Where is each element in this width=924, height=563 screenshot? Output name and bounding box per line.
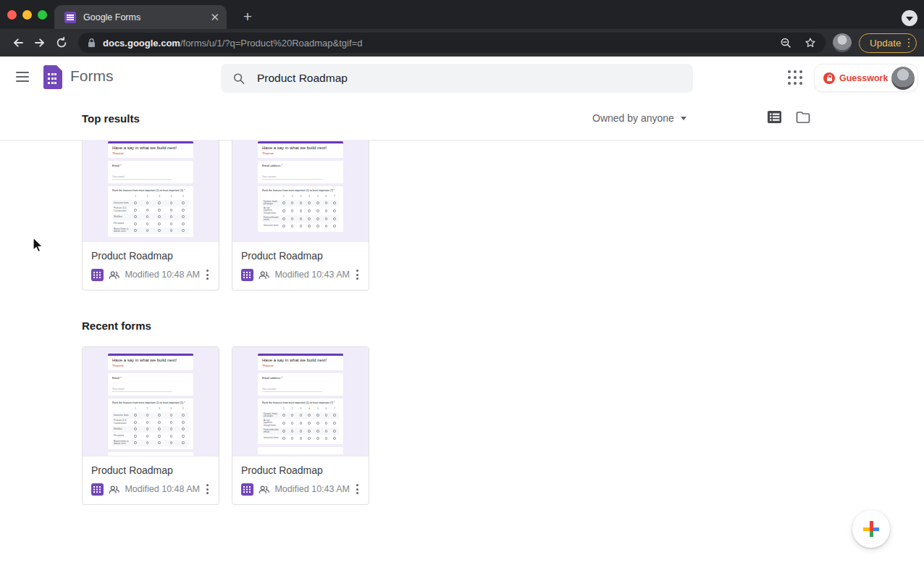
form-card[interactable]: Have a say in what we build next!*Requir… xyxy=(82,346,219,505)
thumb-radio-icon xyxy=(158,209,161,212)
thumb-grid-col: 1 xyxy=(130,195,141,198)
form-card[interactable]: Have a say in what we build next!*Requir… xyxy=(232,346,369,505)
form-card-thumbnail[interactable]: Have a say in what we build next!*Requir… xyxy=(232,140,369,241)
thumb-radio-icon xyxy=(316,201,319,204)
thumb-grid-cell xyxy=(314,209,322,212)
thumb-radio-icon xyxy=(170,229,173,232)
thumb-grid-cell xyxy=(177,229,189,232)
thumb-grid-header-row: 1234567 xyxy=(262,406,339,412)
new-tab-button[interactable]: + xyxy=(238,7,258,27)
search-bar[interactable] xyxy=(221,64,693,93)
thumb-grid-row: Dynamic thank-you pages xyxy=(262,200,339,207)
tab-search-button[interactable] xyxy=(902,10,917,26)
thumb-radio-icon xyxy=(308,430,311,433)
thumb-grid-col-number: 5 xyxy=(182,195,184,198)
thumb-grid-col: 3 xyxy=(154,407,165,410)
thumb-grid-row: Workflow xyxy=(112,214,189,221)
thumb-radio-icon xyxy=(134,229,137,232)
shared-people-icon xyxy=(109,484,119,495)
form-card[interactable]: Have a say in what we build next!*Requir… xyxy=(82,140,219,291)
form-card-menu-icon[interactable] xyxy=(355,268,360,281)
thumb-grid-row-label: File upload xyxy=(112,222,130,225)
thumb-grid-header-row: 12345 xyxy=(112,406,189,412)
tab-title: Google Forms xyxy=(83,12,210,22)
account-avatar[interactable] xyxy=(891,67,915,90)
form-card-menu-icon[interactable] xyxy=(355,483,360,496)
thumb-grid-row-label: Interactive forms xyxy=(112,201,130,205)
form-card-modified: Modified 10:43 AM xyxy=(274,270,350,280)
thumb-grid-row: Restrict forms to domain users xyxy=(112,228,189,235)
form-card[interactable]: Have a say in what we build next!*Requir… xyxy=(232,140,369,291)
close-window-button[interactable] xyxy=(7,10,17,20)
thumb-grid-row-label: Dynamic thank-you pages xyxy=(262,200,280,207)
search-input[interactable] xyxy=(257,72,681,85)
create-new-form-button[interactable] xyxy=(852,510,890,548)
thumb-radio-icon xyxy=(308,201,311,204)
thumb-grid-row: Interactive forms xyxy=(262,435,339,442)
thumb-grid-col: 1 xyxy=(280,195,288,198)
form-card-menu-icon[interactable] xyxy=(205,268,210,281)
thumb-grid-cell xyxy=(165,222,177,225)
minimize-window-button[interactable] xyxy=(22,10,32,20)
thumb-grid-cell xyxy=(154,428,165,430)
back-button[interactable] xyxy=(7,32,29,54)
forms-file-icon xyxy=(241,269,253,281)
list-view-button[interactable] xyxy=(766,109,783,125)
thumb-grid-cell xyxy=(322,422,331,425)
thumb-grid-col: 5 xyxy=(314,195,322,198)
main-menu-button[interactable] xyxy=(13,68,32,86)
thumb-radio-icon xyxy=(291,414,294,417)
browser-menu-icon[interactable] xyxy=(908,38,910,48)
thumb-grid-cell xyxy=(280,430,288,433)
tab-close-icon[interactable]: ✕ xyxy=(210,12,219,22)
thumb-grid-col: 4 xyxy=(165,195,177,198)
zoom-out-icon[interactable] xyxy=(780,37,792,49)
thumb-radio-icon xyxy=(170,201,173,204)
thumb-email-placeholder: Your answer xyxy=(262,175,322,180)
bookmark-star-icon[interactable] xyxy=(804,36,817,49)
thumb-grid-row-label: Accept payments through forms xyxy=(262,207,280,215)
lock-icon xyxy=(87,38,96,48)
form-card-menu-icon[interactable] xyxy=(205,483,210,496)
form-card-thumbnail[interactable]: Have a say in what we build next!*Requir… xyxy=(83,140,219,241)
browser-profile-avatar[interactable] xyxy=(833,33,852,52)
thumb-radio-icon xyxy=(282,209,285,212)
thumb-radio-icon xyxy=(134,441,137,444)
url-domain: docs.google.com xyxy=(103,38,180,49)
browser-tab[interactable]: Google Forms ✕ xyxy=(54,5,227,29)
thumb-grid-row: Form notification emails xyxy=(262,215,339,222)
thumb-grid-cell xyxy=(280,201,288,204)
thumb-grid-cell xyxy=(141,209,153,212)
thumb-radio-icon xyxy=(325,217,328,220)
address-bar[interactable]: docs.google.com/forms/u/1/?q=Product%20R… xyxy=(78,33,826,53)
thumb-radio-icon xyxy=(300,430,303,433)
zoom-window-button[interactable] xyxy=(38,10,47,20)
update-button[interactable]: Update xyxy=(859,33,917,53)
forms-favicon-icon xyxy=(64,12,76,23)
thumb-radio-icon xyxy=(182,215,185,218)
thumb-email-label: Email * xyxy=(112,164,189,167)
thumb-radio-icon xyxy=(182,229,185,232)
form-card-modified: Modified 10:48 AM xyxy=(125,484,200,494)
forward-button[interactable] xyxy=(29,32,51,54)
folder-button[interactable] xyxy=(795,110,811,125)
extension-account-pill[interactable]: Guesswork xyxy=(814,64,918,92)
thumb-form-title: Have a say in what we build next! xyxy=(112,146,189,150)
thumb-grid-col-number: 1 xyxy=(135,195,136,198)
thumb-grid-row-label: Premium UI & Customization xyxy=(112,419,130,425)
forms-file-icon xyxy=(241,483,253,496)
forms-file-icon xyxy=(91,269,104,281)
google-apps-grid-button[interactable] xyxy=(788,70,805,88)
thumb-grid-col: 7 xyxy=(330,195,339,198)
thumb-grid-cell xyxy=(130,201,141,204)
thumb-grid-col: 5 xyxy=(177,407,189,410)
thumb-grid-cell xyxy=(296,209,305,212)
owner-filter-dropdown[interactable]: Owned by anyone xyxy=(592,112,686,124)
form-card-thumbnail[interactable]: Have a say in what we build next!*Requir… xyxy=(83,347,219,456)
form-card-thumbnail[interactable]: Have a say in what we build next!*Requir… xyxy=(232,347,369,456)
reload-button[interactable] xyxy=(51,32,72,54)
thumb-grid-card: Rank the features from most important (1… xyxy=(108,186,193,238)
thumb-radio-icon xyxy=(134,209,137,212)
url-path: /forms/u/1/?q=Product%20Roadmap&tgif=d xyxy=(180,38,362,49)
thumb-radio-icon xyxy=(300,437,303,440)
